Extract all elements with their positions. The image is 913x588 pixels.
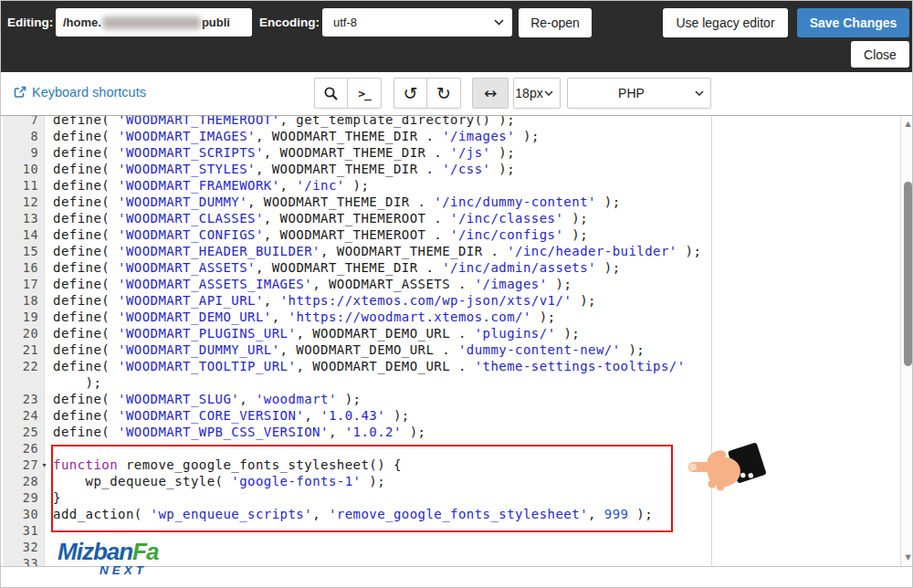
code-text: define( 'WOODMART_CONFIGS', WOODMART_THE… xyxy=(38,226,588,243)
code-line[interactable]: 16define( 'WOODMART_ASSETS', WOODMART_TH… xyxy=(1,259,877,276)
encoding-select[interactable]: utf-8 xyxy=(322,8,512,37)
code-line[interactable]: 24define( 'WOODMART_CORE_VERSION', '1.0.… xyxy=(1,407,877,424)
line-number: 21 xyxy=(1,341,38,358)
code-line[interactable]: 23define( 'WOODMART_SLUG', 'woodmart' ); xyxy=(1,391,877,407)
line-number: 9 xyxy=(1,144,38,161)
chevron-down-icon xyxy=(494,19,504,26)
code-text: define( 'WOODMART_WPB_CSS_VERSION', '1.0… xyxy=(38,424,425,440)
code-text: define( 'WOODMART_ASSETS', WOODMART_THEM… xyxy=(38,259,621,276)
line-number: 7 xyxy=(1,116,38,128)
code-text: define( 'WOODMART_TOOLTIP_URL', WOODMART… xyxy=(38,358,686,374)
fold-marker-icon[interactable]: ▾ xyxy=(43,457,47,474)
code-text: define( 'WOODMART_DUMMY_URL', WOODMART_D… xyxy=(38,341,645,358)
file-path-input[interactable]: /home.publi xyxy=(56,8,252,37)
close-button[interactable]: Close xyxy=(851,41,909,68)
code-text xyxy=(38,539,53,555)
code-line[interactable]: 9define( 'WOODMART_SCRIPTS', WOODMART_TH… xyxy=(1,144,877,161)
reopen-button[interactable]: Re-open xyxy=(519,8,592,37)
code-text: define( 'WOODMART_CLASSES', WOODMART_THE… xyxy=(38,210,588,226)
redo-button[interactable]: ↻ xyxy=(427,78,461,109)
code-line[interactable]: 21define( 'WOODMART_DUMMY_URL', WOODMART… xyxy=(1,341,877,358)
code-text: define( 'WOODMART_ASSETS_IMAGES', WOODMA… xyxy=(38,276,572,292)
code-text: ); xyxy=(38,374,101,391)
code-line[interactable]: 18define( 'WOODMART_API_URL', 'https://x… xyxy=(1,292,877,309)
code-line[interactable]: 11define( 'WOODMART_FRAMEWORK', '/inc' )… xyxy=(1,177,877,194)
chevron-down-icon xyxy=(695,90,704,96)
chevron-down-icon xyxy=(544,90,553,96)
code-editor[interactable]: 7define( 'WOODMART_THEMEROOT', get_templ… xyxy=(1,116,913,567)
scrollbar-thumb[interactable] xyxy=(904,182,912,366)
line-number: 23 xyxy=(1,391,38,407)
line-number: 25 xyxy=(1,424,38,440)
terminal-icon: >_ xyxy=(358,87,371,100)
undo-icon: ↺ xyxy=(404,85,418,102)
code-text: define( 'WOODMART_DEMO_URL', 'https://wo… xyxy=(38,309,556,325)
editor-toolbar: Keyboard shortcuts >_ ↺ ↻ ↔ 18px PHP xyxy=(1,72,913,116)
encoding-value: utf-8 xyxy=(322,16,494,29)
word-wrap-toggle[interactable]: ↔ xyxy=(472,78,509,109)
syntax-value: PHP xyxy=(568,86,695,100)
scroll-up-arrow-icon[interactable]: ▲ xyxy=(901,118,913,131)
line-number: 15 xyxy=(1,243,38,259)
save-changes-button[interactable]: Save Changes xyxy=(797,8,909,37)
code-line[interactable]: ); xyxy=(1,374,877,391)
file-editor-window: Editing: /home.publi Encoding: utf-8 Re-… xyxy=(0,0,913,588)
line-number: 8 xyxy=(1,128,38,144)
command-prompt-button[interactable]: >_ xyxy=(348,78,382,109)
top-bar: Editing: /home.publi Encoding: utf-8 Re-… xyxy=(1,1,913,72)
code-line[interactable]: 7define( 'WOODMART_THEMEROOT', get_templ… xyxy=(1,116,877,128)
code-text: define( 'WOODMART_IMAGES', WOODMART_THEM… xyxy=(38,128,540,144)
line-number: 13 xyxy=(1,210,38,226)
line-number: 33 xyxy=(1,555,38,567)
line-number xyxy=(1,374,38,391)
code-line[interactable]: 8define( 'WOODMART_IMAGES', WOODMART_THE… xyxy=(1,128,877,144)
redo-icon: ↻ xyxy=(436,85,451,102)
code-line[interactable]: 13define( 'WOODMART_CLASSES', WOODMART_T… xyxy=(1,210,877,226)
code-text: define( 'WOODMART_HEADER_BUILDER', WOODM… xyxy=(38,243,701,259)
line-number: 26 xyxy=(1,440,38,457)
scroll-down-arrow-icon[interactable]: ▼ xyxy=(901,551,913,564)
line-number: 28 xyxy=(1,473,38,489)
code-text xyxy=(38,555,53,567)
line-number: 18 xyxy=(1,292,38,309)
search-button[interactable] xyxy=(314,78,348,109)
code-line[interactable]: 10define( 'WOODMART_STYLES', WOODMART_TH… xyxy=(1,161,877,177)
logo-part-mizban: Mizban xyxy=(58,538,132,565)
line-number: 19 xyxy=(1,309,38,325)
line-number: 31 xyxy=(1,522,38,539)
line-number: 27▾ xyxy=(1,457,38,473)
keyboard-shortcuts-label: Keyboard shortcuts xyxy=(32,85,146,100)
file-path-suffix: publi xyxy=(202,16,230,29)
code-line[interactable]: 20define( 'WOODMART_PLUGINS_URL', WOODMA… xyxy=(1,325,877,341)
code-text: define( 'WOODMART_DUMMY', WOODMART_THEME… xyxy=(38,194,621,210)
code-text: define( 'WOODMART_FRAMEWORK', '/inc' ); xyxy=(38,177,369,194)
code-line[interactable]: 14define( 'WOODMART_CONFIGS', WOODMART_T… xyxy=(1,226,877,243)
editing-label: Editing: xyxy=(7,16,53,29)
code-line[interactable]: 12define( 'WOODMART_DUMMY', WOODMART_THE… xyxy=(1,194,877,210)
code-line[interactable]: 19define( 'WOODMART_DEMO_URL', 'https://… xyxy=(1,309,877,325)
pointing-hand-icon xyxy=(684,437,768,507)
line-number: 11 xyxy=(1,177,38,194)
redacted-path-segment xyxy=(102,16,201,29)
code-line[interactable]: 15define( 'WOODMART_HEADER_BUILDER', WOO… xyxy=(1,243,877,259)
line-number: 30 xyxy=(1,506,38,522)
code-text: define( 'WOODMART_THEMEROOT', get_templa… xyxy=(38,116,515,128)
line-number: 10 xyxy=(1,161,38,177)
font-size-select[interactable]: 18px xyxy=(513,78,561,109)
syntax-select[interactable]: PHP xyxy=(567,78,711,109)
keyboard-shortcuts-link[interactable]: Keyboard shortcuts xyxy=(14,85,146,100)
line-number: 17 xyxy=(1,276,38,292)
logo-part-next: NEXT xyxy=(100,564,158,577)
font-size-value: 18px xyxy=(514,86,544,100)
search-icon xyxy=(323,86,339,101)
undo-button[interactable]: ↺ xyxy=(394,78,427,109)
vertical-scrollbar[interactable]: ▲ ▼ xyxy=(900,116,913,566)
code-line[interactable]: 17define( 'WOODMART_ASSETS_IMAGES', WOOD… xyxy=(1,276,877,292)
highlight-annotation-box xyxy=(51,445,673,532)
code-line[interactable]: 22define( 'WOODMART_TOOLTIP_URL', WOODMA… xyxy=(1,358,877,374)
code-text: define( 'WOODMART_SCRIPTS', WOODMART_THE… xyxy=(38,144,515,161)
use-legacy-editor-button[interactable]: Use legacy editor xyxy=(663,8,788,37)
line-number: 16 xyxy=(1,259,38,276)
line-number: 24 xyxy=(1,407,38,424)
line-number: 20 xyxy=(1,325,38,341)
